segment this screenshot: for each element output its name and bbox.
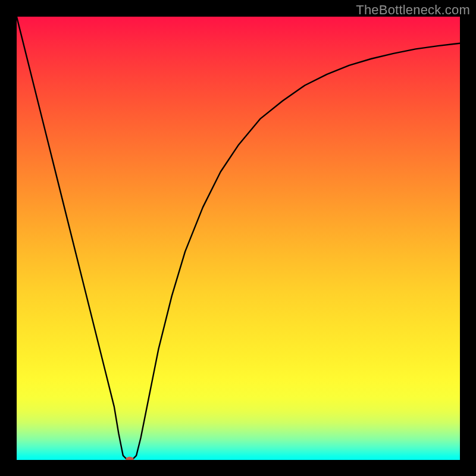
plot-area — [17, 17, 460, 460]
watermark-text: TheBottleneck.com — [356, 2, 470, 18]
chart-stage: TheBottleneck.com — [0, 0, 476, 476]
optimal-point-marker — [126, 457, 134, 461]
bottleneck-curve — [17, 17, 460, 460]
